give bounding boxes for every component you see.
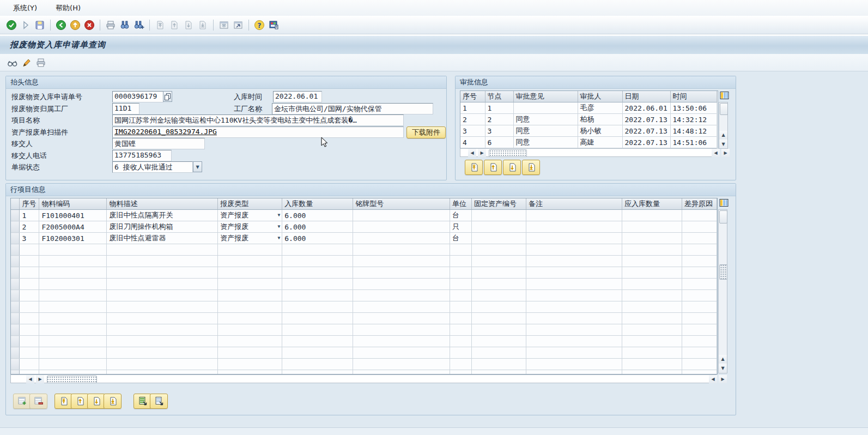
row-selector[interactable] <box>11 313 20 324</box>
row-selector[interactable] <box>11 267 20 279</box>
col-header[interactable]: 序号 <box>20 198 39 210</box>
row-selector[interactable] <box>11 279 20 290</box>
display-glasses-icon[interactable] <box>6 56 19 69</box>
scrap-type-dropdown-cell[interactable]: 资产报废▼ <box>218 221 282 233</box>
next-page-icon[interactable] <box>182 19 195 32</box>
col-header[interactable]: 固定资产编号 <box>472 198 526 210</box>
customize-icon[interactable] <box>267 19 280 32</box>
edit-pencil-icon[interactable] <box>20 56 33 69</box>
col-header[interactable]: 物料编码 <box>39 198 107 210</box>
scroll-left-icon[interactable]: ◀ <box>712 149 720 157</box>
scroll-left-icon[interactable]: ◀ <box>26 375 34 383</box>
row-selector[interactable] <box>11 244 20 256</box>
col-header[interactable]: 单位 <box>450 198 472 210</box>
transferor-phone-field[interactable]: 13775185963 <box>112 150 172 161</box>
continue-icon[interactable] <box>19 19 32 32</box>
table-config-icon[interactable] <box>719 90 730 101</box>
scroll-up-icon[interactable]: ▲ <box>719 355 727 363</box>
page-down-button[interactable] <box>503 160 521 175</box>
page-up-button[interactable] <box>484 160 502 175</box>
transferor-field[interactable]: 黄国铿 <box>112 138 205 149</box>
col-header[interactable]: 物料描述 <box>107 198 218 210</box>
scrap-type-dropdown-cell[interactable]: 资产报废▼ <box>218 210 282 221</box>
scrap-type-dropdown-cell[interactable]: 资产报废▼ <box>218 233 282 244</box>
col-header[interactable]: 日期 <box>622 91 670 102</box>
scroll-right-icon[interactable]: ▶ <box>721 149 730 157</box>
col-header[interactable]: 序号 <box>460 91 485 102</box>
back-icon[interactable] <box>54 19 68 32</box>
deselect-all-button[interactable] <box>150 394 168 409</box>
col-header[interactable]: 铭牌型号 <box>353 198 450 210</box>
select-all-button[interactable] <box>133 394 151 409</box>
col-header[interactable]: 节点 <box>485 91 513 102</box>
last-page-button[interactable] <box>104 394 122 409</box>
col-header[interactable]: 审批意见 <box>513 91 578 102</box>
delete-row-button[interactable] <box>29 394 47 409</box>
scroll-up-icon[interactable]: ▲ <box>719 131 727 139</box>
row-selector[interactable] <box>11 301 20 313</box>
cancel-icon[interactable] <box>83 19 96 32</box>
first-page-button[interactable] <box>54 394 72 409</box>
apply-no-field[interactable]: 0000396179 <box>112 91 163 102</box>
menu-system[interactable]: 系统(Y) <box>8 1 43 15</box>
table-config-icon[interactable] <box>718 197 729 208</box>
exit-icon[interactable] <box>69 19 82 32</box>
scan-file-link-field[interactable]: IMG20220601_08532974.JPG <box>112 126 404 138</box>
scroll-left-icon[interactable]: ◀ <box>468 149 476 157</box>
col-header[interactable]: 审批人 <box>578 91 622 102</box>
find-next-icon[interactable] <box>132 19 145 32</box>
first-page-icon[interactable] <box>154 19 167 32</box>
find-icon[interactable] <box>118 19 131 32</box>
print-icon[interactable] <box>34 56 47 69</box>
scan-file-link[interactable]: IMG20220601_08532974.JPG <box>114 128 217 136</box>
new-session-icon[interactable] <box>217 19 230 32</box>
row-selector[interactable] <box>11 256 20 267</box>
col-header[interactable]: 应入库数量 <box>622 198 682 210</box>
row-selector[interactable] <box>11 347 20 359</box>
plant-name-field[interactable]: 金坛市供电公司/国网/实物代保管 <box>272 103 433 114</box>
enter-icon[interactable] <box>5 19 18 32</box>
print-icon[interactable] <box>104 19 117 32</box>
scroll-right-icon[interactable]: ▶ <box>719 375 727 383</box>
help-icon[interactable]: ? <box>253 19 266 32</box>
last-page-button[interactable] <box>522 160 540 175</box>
menu-help[interactable]: 帮助(H) <box>50 1 86 15</box>
scroll-down-icon[interactable]: ▼ <box>719 140 727 148</box>
scrollbar-thumb[interactable] <box>489 149 527 157</box>
first-page-button[interactable] <box>465 160 483 175</box>
doc-status-field[interactable]: 6 接收人审批通过 <box>112 161 193 173</box>
project-name-field[interactable]: 国网江苏常州金坛输变电运检中心110KV社头变等变电站主变中性点成套装�… <box>112 114 404 126</box>
prev-page-icon[interactable] <box>168 19 181 32</box>
scroll-left-icon[interactable]: ◀ <box>709 375 717 383</box>
col-header[interactable]: 入库数量 <box>282 198 353 210</box>
row-selector[interactable] <box>11 233 20 244</box>
col-header[interactable]: 时间 <box>670 91 717 102</box>
row-selector[interactable] <box>11 324 20 336</box>
inbound-time-field[interactable]: 2022.06.01 <box>273 91 322 102</box>
row-selector[interactable] <box>11 359 20 370</box>
col-header[interactable]: 差异原因 <box>682 198 717 210</box>
scrollbar-thumb[interactable] <box>719 264 727 280</box>
page-down-button[interactable] <box>87 394 105 409</box>
row-selector[interactable] <box>11 221 20 233</box>
copy-icon[interactable] <box>163 91 172 102</box>
page-up-button[interactable] <box>71 394 89 409</box>
row-selector[interactable] <box>11 336 20 347</box>
owning-plant-field[interactable]: 11D1 <box>112 103 139 114</box>
doc-status-dropdown-button[interactable]: ▼ <box>193 161 202 172</box>
scroll-right-icon[interactable]: ▶ <box>478 149 486 157</box>
download-attachment-button[interactable]: 下载附件 <box>406 126 446 138</box>
scrollbar-thumb[interactable] <box>47 376 97 383</box>
save-icon[interactable] <box>33 19 46 32</box>
col-header[interactable]: 备注 <box>526 198 622 210</box>
select-all-header[interactable] <box>11 198 20 210</box>
insert-row-button[interactable] <box>13 394 31 409</box>
col-header[interactable]: 报废类型 <box>218 198 282 210</box>
scroll-right-icon[interactable]: ▶ <box>36 375 44 383</box>
row-selector[interactable] <box>11 370 20 375</box>
row-selector[interactable] <box>11 290 20 301</box>
scrollbar-thumb[interactable] <box>720 103 728 115</box>
row-selector[interactable] <box>11 210 20 221</box>
last-page-icon[interactable] <box>196 19 209 32</box>
scroll-down-icon[interactable]: ▼ <box>719 364 727 372</box>
